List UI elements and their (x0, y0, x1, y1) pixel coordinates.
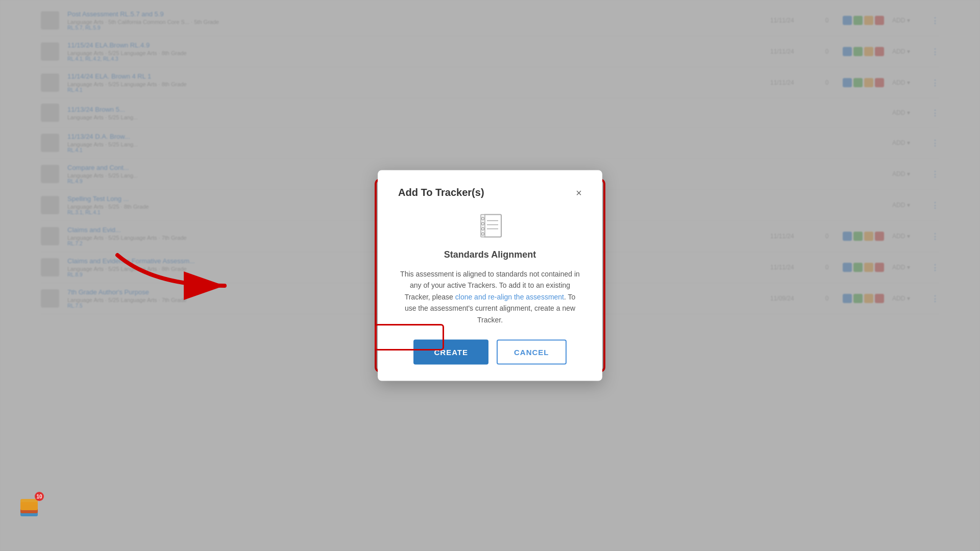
svg-rect-12 (20, 499, 38, 510)
dialog-body: Standards Alignment This assessment is a… (398, 211, 582, 365)
svg-rect-0 (484, 215, 501, 237)
add-to-tracker-dialog: Add To Tracker(s) × Standards Alignment (378, 170, 602, 381)
standards-description: This assessment is aligned to standards … (398, 268, 582, 325)
create-button[interactable]: CREATE (413, 339, 488, 364)
badge-count: 10 (35, 492, 44, 501)
svg-point-8 (482, 233, 484, 235)
svg-point-5 (482, 217, 484, 220)
svg-point-6 (482, 222, 484, 225)
clone-reassign-link[interactable]: clone and re-align the assessment (455, 292, 564, 300)
standards-alignment-title: Standards Alignment (398, 249, 582, 260)
dialog-actions: CREATE CANCEL (398, 339, 582, 364)
corner-badge[interactable]: 10 (15, 492, 44, 520)
dialog-header: Add To Tracker(s) × (398, 187, 582, 198)
close-button[interactable]: × (576, 187, 582, 197)
cancel-button[interactable]: CANCEL (497, 339, 567, 364)
badge-stack: 10 (15, 492, 44, 520)
dialog-title: Add To Tracker(s) (398, 187, 484, 198)
notebook-icon (475, 211, 505, 241)
svg-point-7 (482, 228, 484, 230)
